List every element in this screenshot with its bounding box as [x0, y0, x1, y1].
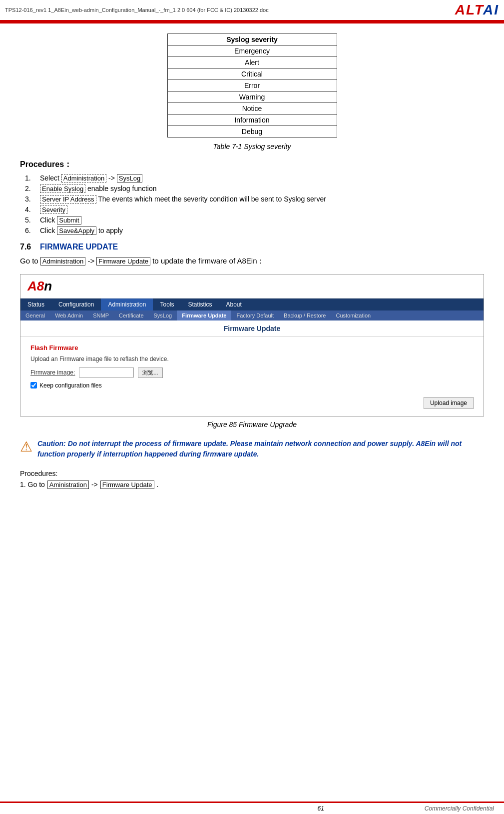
panel-body: Flash Firmware Upload an Firmware image …: [20, 337, 484, 416]
browse-button[interactable]: 浏览...: [138, 368, 162, 378]
proc2-post: .: [157, 480, 159, 488]
proc-item-6: 6. Click Save&Apply to apply: [25, 226, 484, 234]
nav-statistics[interactable]: Statistics: [181, 298, 219, 310]
save-apply-box: Save&Apply: [57, 226, 96, 235]
device-nav-bar: Status Configuration Administration Tool…: [20, 298, 484, 310]
syslog-severity-table: Syslog severity EmergencyAlertCriticalEr…: [167, 34, 337, 138]
syslog-severity-row: Debug: [167, 126, 337, 138]
page-footer: 61 Commercially Confidential: [0, 802, 504, 814]
subnav-webadmin[interactable]: Web Admin: [50, 310, 88, 320]
keep-config-checkbox[interactable]: [30, 382, 37, 388]
firmware-update-go-box: Firmware Update: [96, 257, 150, 266]
upload-button-row: Upload image: [30, 397, 474, 409]
proc-item-3: 3. Server IP Address The events which me…: [25, 195, 484, 203]
enable-syslog-box: Enable Syslog: [40, 184, 85, 193]
subnav-customization[interactable]: Customization: [331, 310, 376, 320]
keep-config-label: Keep configuration files: [39, 382, 102, 389]
confidential-label: Commercially Confidential: [425, 805, 494, 812]
caution-text: Caution: Do not interrupt the process of…: [37, 438, 484, 460]
proc-item-2: 2. Enable Syslog enable syslog function: [25, 184, 484, 192]
subnav-syslog[interactable]: SysLog: [149, 310, 177, 320]
syslog-table-wrap: Syslog severity EmergencyAlertCriticalEr…: [20, 34, 484, 150]
syslog-table-header: Syslog severity: [167, 34, 337, 46]
go-to-text: Go to Administration -> Firmware Update …: [20, 256, 484, 267]
nav-about[interactable]: About: [219, 298, 248, 310]
firmware-row: Firmware image: 浏览...: [30, 368, 474, 378]
syslog-severity-row: Error: [167, 80, 337, 92]
device-ui-mockup: A8n Status Configuration Administration …: [20, 274, 484, 416]
nav-status[interactable]: Status: [20, 298, 51, 310]
table-caption: Table 7-1 Syslog severity: [213, 142, 291, 150]
subnav-firmware-update[interactable]: Firmware Update: [177, 310, 231, 320]
severity-box: Severity: [40, 206, 67, 214]
subnav-backup-restore[interactable]: Backup / Restore: [279, 310, 331, 320]
syslog-severity-row: Notice: [167, 103, 337, 114]
aministration-box: Aministration: [47, 480, 89, 489]
nav-administration[interactable]: Administration: [101, 298, 153, 310]
syslog-severity-row: Emergency: [167, 46, 337, 57]
server-ip-box: Server IP Address: [40, 195, 96, 204]
device-sub-nav-bar: General Web Admin SNMP Certificate SysLo…: [20, 310, 484, 320]
subnav-certificate[interactable]: Certificate: [114, 310, 149, 320]
proc-item-1: 1. Select Administration -> SysLog: [25, 174, 484, 182]
admin-go-box: Administration: [40, 257, 85, 266]
subnav-general[interactable]: General: [20, 310, 50, 320]
keep-config-row: Keep configuration files: [30, 382, 474, 389]
nav-tools[interactable]: Tools: [153, 298, 181, 310]
altai-logo: ALTAI: [455, 2, 499, 18]
proc-item-5: 5. Click Submit: [25, 216, 484, 224]
firmware-image-input[interactable]: [79, 368, 134, 378]
proc-item-4: 4. Severity: [25, 206, 484, 214]
page-header: TPS12-016_rev1 1_A8Ein_web-admin_Configu…: [0, 0, 504, 22]
syslog-severity-row: Warning: [167, 92, 337, 103]
nav-configuration[interactable]: Configuration: [51, 298, 101, 310]
procedures-section-1: Procedures： 1. Select Administration -> …: [20, 160, 484, 234]
syslog-severity-row: Information: [167, 114, 337, 126]
syslog-severity-row: Critical: [167, 68, 337, 80]
flash-firmware-title: Flash Firmware: [30, 344, 474, 352]
subnav-factory-default[interactable]: Factory Default: [231, 310, 279, 320]
caution-section: ⚠ Caution: Do not interrupt the process …: [20, 438, 484, 460]
procedures-list: 1. Select Administration -> SysLog 2. En…: [20, 174, 484, 234]
page-content: Syslog severity EmergencyAlertCriticalEr…: [0, 24, 504, 502]
proc2-pre: 1. Go to: [20, 480, 45, 488]
subnav-snmp[interactable]: SNMP: [88, 310, 114, 320]
device-header: A8n: [20, 274, 484, 298]
page-number: 61: [217, 805, 425, 812]
admin-box: Administration: [61, 174, 106, 182]
caution-icon: ⚠: [20, 438, 32, 455]
proc2-mid: ->: [91, 480, 98, 488]
procedures-item-2-1: 1. Go to Aministration -> Firmware Updat…: [20, 480, 484, 489]
firmware-image-label: Firmware image:: [30, 369, 75, 376]
syslog-severity-row: Alert: [167, 57, 337, 68]
upload-image-button[interactable]: Upload image: [424, 397, 474, 409]
procedures-label-2: Procedures:: [20, 470, 484, 478]
doc-title: TPS12-016_rev1 1_A8Ein_web-admin_Configu…: [5, 7, 269, 13]
upload-description: Upload an Firmware image file to reflash…: [30, 356, 474, 362]
figure-caption: Figure 85 Firmware Upgrade: [20, 420, 484, 428]
syslog-box: SysLog: [117, 174, 142, 182]
procedures-label: Procedures：: [20, 160, 484, 170]
submit-box: Submit: [57, 216, 81, 224]
panel-title: Firmware Update: [20, 320, 484, 337]
device-logo: A8n: [27, 278, 52, 294]
firmware-update-box2: Firmware Update: [100, 480, 154, 489]
section-76-heading: 7.6 FIRMWARE UPDATE: [20, 242, 484, 252]
